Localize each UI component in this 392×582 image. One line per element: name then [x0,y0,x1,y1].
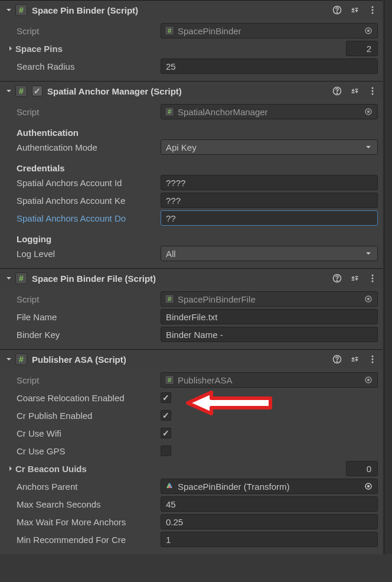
object-picker-icon[interactable] [363,106,374,117]
cr-publish-checkbox[interactable] [161,410,171,421]
component-header[interactable]: # Space Pin Binder (Script) [0,1,383,19]
component-title: Space Pin Binder File (Script) [32,274,332,284]
svg-point-3 [372,9,374,11]
object-picker-icon[interactable] [363,294,374,304]
script-label: Script [5,294,161,304]
cr-use-gps-checkbox[interactable] [161,446,171,456]
svg-point-1 [337,12,337,12]
foldout-toggle[interactable] [5,87,13,95]
object-picker-icon[interactable] [363,481,374,492]
min-recommended-field[interactable] [161,532,378,547]
svg-point-2 [372,6,374,8]
svg-point-20 [368,298,370,300]
context-menu-icon[interactable] [367,273,378,284]
account-domain-label: Spatial Anchors Account Do [5,213,161,223]
account-key-field[interactable] [161,193,378,208]
max-search-seconds-field[interactable] [161,496,378,512]
script-label: Script [5,26,161,36]
transform-icon [165,482,174,491]
space-pins-size[interactable] [346,41,378,56]
max-wait-field[interactable] [161,514,378,529]
script-field[interactable]: # SpacePinBinder [161,23,378,38]
max-search-seconds-label: Max Search Seconds [5,499,161,509]
component-header[interactable]: # Space Pin Binder File (Script) [0,269,383,288]
account-id-label: Spatial Anchors Account Id [5,178,161,188]
script-value: SpacePinBinder [178,26,363,36]
max-wait-label: Max Wait For More Anchors [5,517,161,527]
auth-mode-label: Authentication Mode [5,142,161,152]
auth-header: Authentication [5,128,161,138]
chevron-down-icon [364,143,373,151]
binder-key-field[interactable] [161,327,378,342]
script-asset-icon: # [165,107,174,116]
anchors-parent-field[interactable]: SpacePinBinder (Transform) [161,479,378,494]
object-picker-icon[interactable] [363,375,374,385]
component-title: Space Pin Binder (Script) [32,5,332,15]
file-name-label: File Name [5,312,161,322]
space-pins-label[interactable]: Space Pins [5,44,161,54]
cr-beacon-uuids-size[interactable] [346,461,378,476]
svg-point-18 [372,281,374,282]
svg-point-29 [368,486,370,487]
context-menu-icon[interactable] [367,354,378,365]
context-menu-icon[interactable] [367,5,378,15]
component-publisher-asa: # Publisher ASA (Script) Script # Publis… [0,349,383,554]
object-picker-icon[interactable] [363,25,374,36]
script-icon: # [15,353,27,365]
account-domain-field[interactable] [161,210,378,226]
presets-icon[interactable] [349,5,360,15]
vertical-scrollbar[interactable] [384,0,392,554]
callout-arrow-icon [182,386,276,420]
binder-key-label: Binder Key [5,330,161,340]
svg-point-4 [372,12,374,14]
anchors-parent-label: Anchors Parent [5,482,161,492]
cr-use-wifi-checkbox[interactable] [161,428,171,438]
credentials-header: Credentials [5,163,161,173]
account-id-field[interactable] [161,175,378,190]
svg-point-6 [368,30,370,32]
script-value: SpacePinBinderFile [178,294,363,304]
svg-point-23 [372,356,374,357]
script-icon: # [15,272,27,284]
script-field[interactable]: # SpacePinBinderFile [161,291,378,307]
component-header[interactable]: # Publisher ASA (Script) [0,350,383,369]
script-icon: # [15,4,27,16]
help-icon[interactable] [332,354,342,365]
log-level-dropdown[interactable]: All [161,246,378,261]
enable-checkbox[interactable] [32,86,43,96]
svg-point-22 [337,361,337,362]
component-title: Spatial Anchor Manager (Script) [47,86,332,96]
script-field[interactable]: # PublisherASA [161,372,378,388]
foldout-toggle[interactable] [5,6,13,14]
help-icon[interactable] [332,86,342,96]
script-label: Script [5,375,161,385]
svg-point-16 [372,275,374,277]
presets-icon[interactable] [349,86,360,96]
help-icon[interactable] [332,5,342,15]
cr-beacon-uuids-label[interactable]: Cr Beacon Uuids [5,464,161,474]
component-header[interactable]: # Spatial Anchor Manager (Script) [0,82,383,100]
svg-point-25 [372,362,374,363]
script-label: Script [5,107,161,117]
search-radius-field[interactable] [161,58,378,74]
presets-icon[interactable] [349,354,360,365]
svg-point-8 [337,93,337,93]
foldout-toggle[interactable] [5,274,13,282]
script-field[interactable]: # SpatialAnchorManager [161,104,378,119]
svg-point-13 [368,111,370,113]
component-space-pin-binder: # Space Pin Binder (Script) Script # Spa… [0,0,383,81]
help-icon[interactable] [332,273,342,284]
presets-icon[interactable] [349,273,360,284]
script-value: PublisherASA [178,375,363,385]
cr-publish-label: Cr Publish Enabled [5,411,161,421]
script-icon: # [15,85,27,97]
auth-mode-dropdown[interactable]: Api Key [161,139,378,155]
foldout-toggle[interactable] [5,355,13,363]
coarse-relocation-checkbox[interactable] [161,392,171,403]
account-key-label: Spatial Anchors Account Ke [5,196,161,206]
svg-point-15 [337,280,337,281]
file-name-field[interactable] [161,309,378,324]
context-menu-icon[interactable] [367,86,378,96]
component-title: Publisher ASA (Script) [32,355,332,365]
min-recommended-label: Min Recommended For Cre [5,535,161,545]
